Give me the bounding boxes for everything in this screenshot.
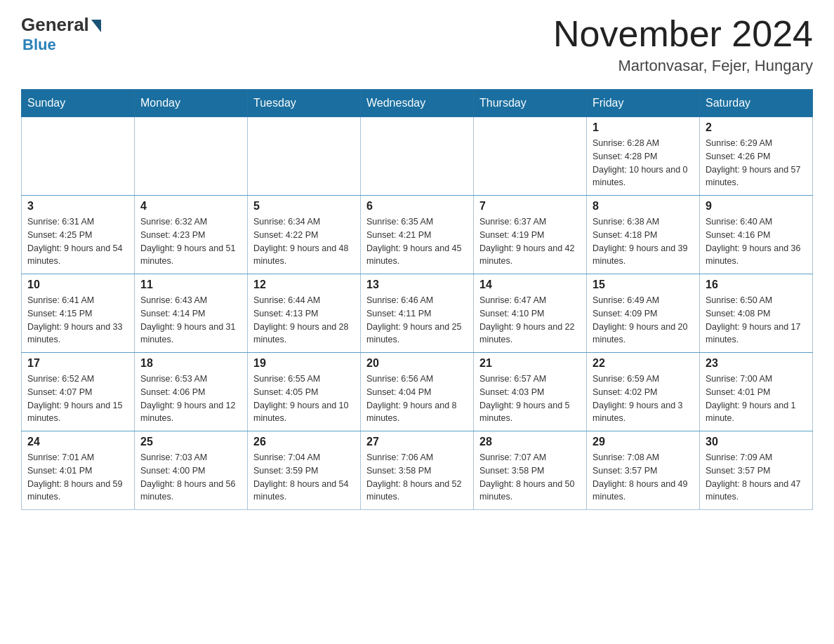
calendar-cell: 8Sunrise: 6:38 AM Sunset: 4:18 PM Daylig… [587, 196, 700, 274]
day-info: Sunrise: 6:41 AM Sunset: 4:15 PM Dayligh… [27, 294, 128, 347]
calendar-cell: 3Sunrise: 6:31 AM Sunset: 4:25 PM Daylig… [22, 196, 135, 274]
calendar-week-2: 3Sunrise: 6:31 AM Sunset: 4:25 PM Daylig… [22, 196, 813, 274]
day-info: Sunrise: 6:47 AM Sunset: 4:10 PM Dayligh… [479, 294, 581, 347]
col-header-friday: Friday [587, 90, 700, 117]
day-number: 30 [706, 436, 807, 448]
day-info: Sunrise: 7:04 AM Sunset: 3:59 PM Dayligh… [253, 451, 355, 504]
day-number: 5 [253, 200, 355, 213]
day-info: Sunrise: 6:44 AM Sunset: 4:13 PM Dayligh… [253, 294, 355, 347]
day-number: 26 [253, 436, 355, 448]
day-number: 17 [27, 357, 128, 370]
day-number: 29 [593, 436, 694, 448]
page-header: General Blue November 2024 Martonvasar, … [21, 14, 813, 75]
calendar-cell [135, 117, 248, 196]
day-number: 1 [593, 121, 694, 134]
day-number: 15 [593, 279, 694, 291]
day-info: Sunrise: 6:37 AM Sunset: 4:19 PM Dayligh… [479, 215, 581, 268]
day-number: 13 [366, 279, 468, 291]
calendar-header: SundayMondayTuesdayWednesdayThursdayFrid… [22, 90, 813, 117]
day-info: Sunrise: 7:03 AM Sunset: 4:00 PM Dayligh… [140, 451, 241, 504]
calendar-cell: 1Sunrise: 6:28 AM Sunset: 4:28 PM Daylig… [587, 117, 700, 196]
day-number: 7 [479, 200, 581, 213]
day-info: Sunrise: 6:50 AM Sunset: 4:08 PM Dayligh… [706, 294, 807, 347]
day-info: Sunrise: 6:59 AM Sunset: 4:02 PM Dayligh… [593, 373, 694, 425]
calendar-week-1: 1Sunrise: 6:28 AM Sunset: 4:28 PM Daylig… [22, 117, 813, 196]
day-info: Sunrise: 6:28 AM Sunset: 4:28 PM Dayligh… [593, 137, 694, 189]
calendar-cell: 7Sunrise: 6:37 AM Sunset: 4:19 PM Daylig… [474, 196, 587, 274]
col-header-sunday: Sunday [22, 90, 135, 117]
col-header-wednesday: Wednesday [361, 90, 474, 117]
calendar-cell: 18Sunrise: 6:53 AM Sunset: 4:06 PM Dayli… [135, 353, 248, 431]
calendar-cell: 26Sunrise: 7:04 AM Sunset: 3:59 PM Dayli… [248, 431, 361, 510]
day-number: 2 [706, 121, 807, 134]
day-info: Sunrise: 6:55 AM Sunset: 4:05 PM Dayligh… [253, 373, 355, 425]
calendar-cell: 29Sunrise: 7:08 AM Sunset: 3:57 PM Dayli… [587, 431, 700, 510]
logo-blue-text: Blue [22, 36, 101, 54]
calendar-cell: 30Sunrise: 7:09 AM Sunset: 3:57 PM Dayli… [700, 431, 813, 510]
calendar-body: 1Sunrise: 6:28 AM Sunset: 4:28 PM Daylig… [22, 117, 813, 510]
day-number: 24 [27, 436, 128, 448]
calendar-cell: 27Sunrise: 7:06 AM Sunset: 3:58 PM Dayli… [361, 431, 474, 510]
header-row: SundayMondayTuesdayWednesdayThursdayFrid… [22, 90, 813, 117]
day-number: 3 [27, 200, 128, 213]
day-number: 14 [479, 279, 581, 291]
day-info: Sunrise: 6:35 AM Sunset: 4:21 PM Dayligh… [366, 215, 468, 268]
day-info: Sunrise: 6:31 AM Sunset: 4:25 PM Dayligh… [27, 215, 128, 268]
day-info: Sunrise: 6:46 AM Sunset: 4:11 PM Dayligh… [366, 294, 468, 347]
calendar-table: SundayMondayTuesdayWednesdayThursdayFrid… [21, 89, 813, 510]
logo: General Blue [21, 14, 101, 54]
day-number: 27 [366, 436, 468, 448]
day-number: 4 [140, 200, 241, 213]
day-number: 18 [140, 357, 241, 370]
day-info: Sunrise: 6:29 AM Sunset: 4:26 PM Dayligh… [706, 137, 807, 189]
calendar-cell: 17Sunrise: 6:52 AM Sunset: 4:07 PM Dayli… [22, 353, 135, 431]
day-info: Sunrise: 6:53 AM Sunset: 4:06 PM Dayligh… [140, 373, 241, 425]
location: Martonvasar, Fejer, Hungary [553, 57, 813, 75]
calendar-cell: 28Sunrise: 7:07 AM Sunset: 3:58 PM Dayli… [474, 431, 587, 510]
day-number: 16 [706, 279, 807, 291]
day-info: Sunrise: 7:01 AM Sunset: 4:01 PM Dayligh… [27, 451, 128, 504]
col-header-tuesday: Tuesday [248, 90, 361, 117]
col-header-monday: Monday [135, 90, 248, 117]
day-number: 19 [253, 357, 355, 370]
day-number: 25 [140, 436, 241, 448]
day-number: 23 [706, 357, 807, 370]
day-info: Sunrise: 6:43 AM Sunset: 4:14 PM Dayligh… [140, 294, 241, 347]
day-info: Sunrise: 7:00 AM Sunset: 4:01 PM Dayligh… [706, 373, 807, 425]
logo-arrow-icon [91, 20, 101, 32]
day-info: Sunrise: 7:09 AM Sunset: 3:57 PM Dayligh… [706, 451, 807, 504]
calendar-cell: 11Sunrise: 6:43 AM Sunset: 4:14 PM Dayli… [135, 274, 248, 353]
day-number: 8 [593, 200, 694, 213]
calendar-cell: 2Sunrise: 6:29 AM Sunset: 4:26 PM Daylig… [700, 117, 813, 196]
calendar-week-4: 17Sunrise: 6:52 AM Sunset: 4:07 PM Dayli… [22, 353, 813, 431]
calendar-cell: 19Sunrise: 6:55 AM Sunset: 4:05 PM Dayli… [248, 353, 361, 431]
day-number: 9 [706, 200, 807, 213]
calendar-cell: 22Sunrise: 6:59 AM Sunset: 4:02 PM Dayli… [587, 353, 700, 431]
day-info: Sunrise: 6:32 AM Sunset: 4:23 PM Dayligh… [140, 215, 241, 268]
day-number: 10 [27, 279, 128, 291]
calendar-cell: 25Sunrise: 7:03 AM Sunset: 4:00 PM Dayli… [135, 431, 248, 510]
calendar-cell: 15Sunrise: 6:49 AM Sunset: 4:09 PM Dayli… [587, 274, 700, 353]
calendar-cell: 21Sunrise: 6:57 AM Sunset: 4:03 PM Dayli… [474, 353, 587, 431]
col-header-saturday: Saturday [700, 90, 813, 117]
calendar-cell: 24Sunrise: 7:01 AM Sunset: 4:01 PM Dayli… [22, 431, 135, 510]
calendar-cell: 20Sunrise: 6:56 AM Sunset: 4:04 PM Dayli… [361, 353, 474, 431]
calendar-cell: 14Sunrise: 6:47 AM Sunset: 4:10 PM Dayli… [474, 274, 587, 353]
calendar-week-5: 24Sunrise: 7:01 AM Sunset: 4:01 PM Dayli… [22, 431, 813, 510]
calendar-cell [22, 117, 135, 196]
day-info: Sunrise: 7:06 AM Sunset: 3:58 PM Dayligh… [366, 451, 468, 504]
calendar-cell: 13Sunrise: 6:46 AM Sunset: 4:11 PM Dayli… [361, 274, 474, 353]
calendar-cell: 23Sunrise: 7:00 AM Sunset: 4:01 PM Dayli… [700, 353, 813, 431]
day-number: 12 [253, 279, 355, 291]
calendar-cell [248, 117, 361, 196]
day-info: Sunrise: 6:38 AM Sunset: 4:18 PM Dayligh… [593, 215, 694, 268]
day-number: 28 [479, 436, 581, 448]
col-header-thursday: Thursday [474, 90, 587, 117]
day-info: Sunrise: 6:56 AM Sunset: 4:04 PM Dayligh… [366, 373, 468, 425]
day-info: Sunrise: 7:07 AM Sunset: 3:58 PM Dayligh… [479, 451, 581, 504]
day-number: 21 [479, 357, 581, 370]
day-number: 6 [366, 200, 468, 213]
day-number: 11 [140, 279, 241, 291]
month-title: November 2024 [553, 14, 813, 54]
calendar-cell: 6Sunrise: 6:35 AM Sunset: 4:21 PM Daylig… [361, 196, 474, 274]
